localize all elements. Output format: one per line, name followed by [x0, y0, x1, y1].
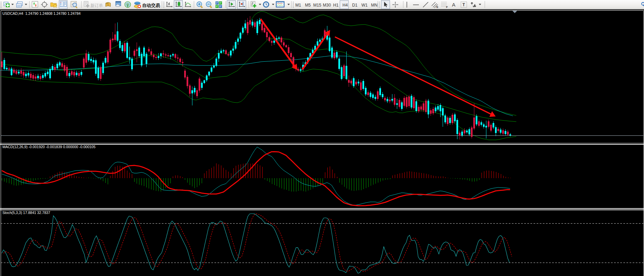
- svg-text:MACD(12,26,9) -0.001920 -0.001: MACD(12,26,9) -0.001920 -0.001839 0.0000…: [2, 145, 95, 149]
- svg-text:Stoch(5,3,3) 17.8841 32.7837: Stoch(5,3,3) 17.8841 32.7837: [2, 211, 50, 215]
- svg-text:USDCAD,H4 1.24790 1.24808 1.2: USDCAD,H4 1.24790 1.24808 1.24780 1.2478…: [2, 11, 81, 16]
- svg-text:T: T: [463, 2, 465, 7]
- svg-text:E: E: [436, 6, 439, 9]
- svg-text:F: F: [446, 6, 448, 9]
